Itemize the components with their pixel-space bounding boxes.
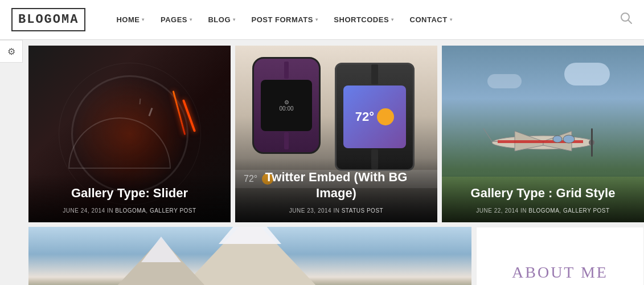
card-overlay-2: Twitter Embed (With BG Image) JUNE 23, 2…	[235, 158, 437, 222]
header: BLOGOMA HOME ▾ PAGES ▾ BLOG ▾ POST FORMA…	[0, 0, 644, 40]
card-meta-1: JUNE 24, 2014 IN BLOGOMA, GALLERY POST	[40, 207, 219, 214]
chevron-down-icon: ▾	[190, 17, 192, 22]
nav-post-formats[interactable]: POST FORMATS ▾	[244, 0, 326, 40]
svg-marker-5	[483, 128, 498, 141]
svg-point-9	[563, 135, 575, 143]
mountain-image-card[interactable]	[28, 227, 471, 285]
card-category-3b[interactable]: GALLERY POST	[563, 207, 610, 214]
svg-line-1	[628, 20, 631, 23]
svg-point-10	[553, 136, 562, 142]
settings-gear-button[interactable]: ⚙	[0, 40, 23, 63]
nav-home[interactable]: HOME ▾	[108, 0, 153, 40]
bottom-row: ABOUT ME	[28, 227, 644, 285]
card-overlay-3: Gallery Type : Grid Style JUNE 22, 2014 …	[442, 174, 644, 222]
sun-icon	[377, 108, 394, 125]
nav-pages[interactable]: PAGES ▾	[153, 0, 200, 40]
card-twitter-embed[interactable]: ⚙00:00 72° 72° Twi	[235, 46, 437, 222]
cards-row: Gallery Type: Slider JUNE 24, 2014 IN BL…	[28, 46, 644, 222]
card-category-2a[interactable]: STATUS POST	[342, 207, 383, 214]
nav-contact[interactable]: CONTACT ▾	[402, 0, 461, 40]
card-meta-3: JUNE 22, 2014 IN BLOGOMA, GALLERY POST	[453, 207, 633, 214]
watch-left: ⚙00:00	[252, 57, 321, 154]
chevron-down-icon: ▾	[450, 17, 453, 22]
chevron-down-icon: ▾	[233, 17, 236, 22]
watch-screen-left: ⚙00:00	[261, 80, 312, 131]
card-category-1b[interactable]: GALLERY POST	[150, 207, 196, 214]
cloud-shape-2	[487, 74, 522, 88]
chevron-down-icon: ▾	[391, 17, 394, 22]
snow-cap-left	[141, 237, 181, 262]
chevron-down-icon: ▾	[315, 17, 318, 22]
card-gallery-grid[interactable]: Gallery Type : Grid Style JUNE 22, 2014 …	[442, 46, 644, 222]
search-icon[interactable]	[620, 12, 633, 27]
watch-right: 72°	[335, 63, 415, 171]
snow-cap-main	[219, 227, 281, 244]
card-title-2: Twitter Embed (With BG Image)	[247, 169, 426, 202]
airplane-svg	[481, 120, 606, 165]
main-nav: HOME ▾ PAGES ▾ BLOG ▾ POST FORMATS ▾ SHO…	[108, 0, 620, 40]
card-meta-2: JUNE 23, 2014 IN STATUS POST	[247, 207, 426, 214]
watch-screen-right: 72°	[343, 85, 406, 148]
logo[interactable]: BLOGOMA	[11, 8, 85, 31]
card-category-3a[interactable]: BLOGOMA	[528, 207, 559, 214]
cloud-shape	[564, 63, 610, 85]
mountain-background	[28, 227, 471, 285]
card-category-1a[interactable]: BLOGOMA	[115, 207, 146, 214]
about-me-title: ABOUT ME	[512, 263, 608, 282]
card-title-3: Gallery Type : Grid Style	[453, 185, 633, 202]
airplane-container	[465, 120, 621, 165]
svg-rect-8	[591, 128, 593, 157]
nav-blog[interactable]: BLOG ▾	[200, 0, 243, 40]
gear-icon: ⚙	[7, 46, 15, 57]
nav-shortcodes[interactable]: SHORTCODES ▾	[326, 0, 401, 40]
main-content: Gallery Type: Slider JUNE 24, 2014 IN BL…	[0, 40, 644, 285]
card-overlay-1: Gallery Type: Slider JUNE 24, 2014 IN BL…	[28, 174, 231, 222]
card-title-1: Gallery Type: Slider	[40, 185, 219, 202]
card-gallery-slider[interactable]: Gallery Type: Slider JUNE 24, 2014 IN BL…	[28, 46, 231, 222]
about-me-panel: ABOUT ME	[476, 227, 644, 285]
chevron-down-icon: ▾	[142, 17, 145, 22]
